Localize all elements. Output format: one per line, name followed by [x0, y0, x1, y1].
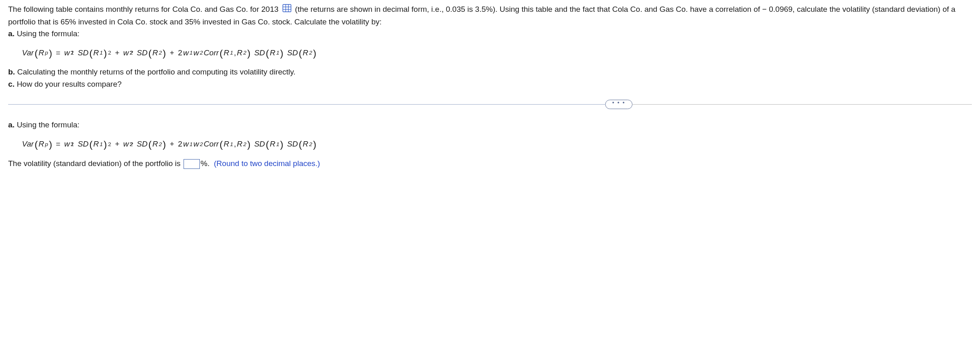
answer-a-label: a.	[8, 120, 15, 129]
dots-icon: • • •	[612, 99, 625, 106]
divider-line-left	[8, 104, 606, 105]
section-divider: • • •	[8, 100, 972, 109]
intro-text-1: The following table contains monthly ret…	[8, 5, 278, 13]
data-table-icon[interactable]	[282, 4, 291, 15]
problem-statement: The following table contains monthly ret…	[8, 3, 972, 28]
part-b: b. Calculating the monthly returns of th…	[8, 66, 972, 78]
part-a-label: a.	[8, 29, 15, 38]
variance-formula-repeat: Var (Rp) = w21 SD (R1)2 + w22 SD (R2) + …	[22, 137, 972, 152]
answer-suffix: %.	[201, 159, 210, 168]
part-a: a. Using the formula:	[8, 28, 972, 39]
svg-rect-0	[283, 4, 291, 12]
part-a-text: Using the formula:	[17, 29, 79, 38]
part-c-text: How do your results compare?	[17, 80, 122, 88]
variance-formula: Var (Rp) = w21 SD (R1)2 + w22 SD (R2) + …	[22, 46, 972, 61]
part-b-label: b.	[8, 68, 15, 76]
part-c: c. How do your results compare?	[8, 78, 972, 90]
volatility-input[interactable]	[184, 159, 200, 169]
expand-pill[interactable]: • • •	[605, 100, 632, 109]
answer-a-text: Using the formula:	[17, 120, 79, 129]
part-b-text: Calculating the monthly returns of the p…	[17, 68, 295, 76]
divider-line-right	[632, 104, 972, 105]
rounding-hint: (Round to two decimal places.)	[214, 159, 320, 168]
answer-line: The volatility (standard deviation) of t…	[8, 158, 972, 169]
answer-prefix: The volatility (standard deviation) of t…	[8, 159, 181, 168]
part-c-label: c.	[8, 80, 15, 88]
answer-part-a: a. Using the formula:	[8, 119, 972, 131]
